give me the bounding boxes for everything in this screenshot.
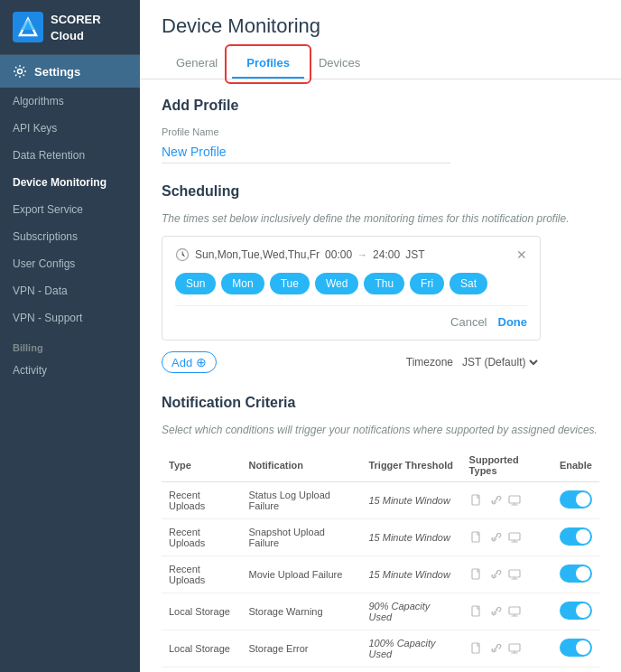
schedule-actions: Cancel Done <box>175 305 527 329</box>
tab-profiles[interactable]: Profiles <box>232 49 304 79</box>
add-profile-title: Add Profile <box>162 98 599 114</box>
day-fri-button[interactable]: Fri <box>410 273 444 294</box>
day-thu-button[interactable]: Thu <box>364 273 404 294</box>
notification-table-body: Recent Uploads Status Log Upload Failure… <box>162 482 599 667</box>
scheduling-title: Scheduling <box>162 183 599 200</box>
schedule-close-button[interactable]: ✕ <box>516 247 527 262</box>
settings-icon <box>13 64 27 79</box>
svg-rect-10 <box>509 570 520 577</box>
row5-notification: Storage Error <box>241 630 361 667</box>
svg-rect-5 <box>472 495 479 505</box>
row2-enable[interactable] <box>552 519 599 556</box>
time-arrow: → <box>357 249 367 260</box>
day-sat-button[interactable]: Sat <box>450 273 487 294</box>
notification-table-header: Type Notification Trigger Threshold Supp… <box>162 449 599 482</box>
svg-rect-12 <box>509 607 520 614</box>
tab-general[interactable]: General <box>162 49 232 79</box>
scheduling-description: The times set below inclusively define t… <box>162 212 599 225</box>
row2-threshold: 15 Minute Window <box>361 519 461 556</box>
schedule-time-end: 24:00 <box>373 248 400 261</box>
schedule-done-button[interactable]: Done <box>498 315 528 329</box>
row5-enable[interactable] <box>552 630 599 667</box>
add-schedule-button[interactable]: Add ⊕ <box>162 351 217 373</box>
row2-toggle[interactable] <box>560 527 592 546</box>
sidebar-item-user-configs[interactable]: User Configs <box>0 250 140 277</box>
profile-name-label: Profile Name <box>162 126 599 137</box>
tab-profiles-wrapper: Profiles <box>232 49 304 79</box>
day-wed-button[interactable]: Wed <box>315 273 358 294</box>
plus-icon: ⊕ <box>196 355 207 369</box>
table-row: Local Storage Storage Warning 90% Capaci… <box>162 593 599 630</box>
page-header: Device Monitoring General Profiles Devic… <box>140 0 621 79</box>
notification-criteria-section: Notification Criteria Select which condi… <box>162 395 599 667</box>
row5-type: Local Storage <box>162 630 241 667</box>
day-sun-button[interactable]: Sun <box>175 273 216 294</box>
schedule-days-text: Sun,Mon,Tue,Wed,Thu,Fr <box>195 248 320 261</box>
sidebar-nav: Algorithms API Keys Data Retention Devic… <box>0 88 140 672</box>
row4-enable[interactable] <box>552 593 599 630</box>
row4-threshold: 90% Capacity Used <box>361 593 461 630</box>
sidebar-item-device-monitoring[interactable]: Device Monitoring <box>0 169 140 196</box>
sidebar-item-vpn-support[interactable]: VPN - Support <box>0 304 140 331</box>
link-icon <box>488 641 503 656</box>
sidebar: SCORER Cloud Settings Algorithms API Key… <box>0 0 140 672</box>
table-row: Recent Uploads Status Log Upload Failure… <box>162 482 599 519</box>
row3-notification: Movie Upload Failure <box>241 556 361 593</box>
sidebar-settings-item[interactable]: Settings <box>0 55 140 88</box>
link-icon <box>488 567 503 582</box>
app-title: SCORER Cloud <box>51 11 101 43</box>
tab-devices[interactable]: Devices <box>304 49 375 79</box>
device-icon <box>507 641 522 656</box>
scheduling-section: Scheduling The times set below inclusive… <box>162 183 599 373</box>
col-type: Type <box>162 449 241 482</box>
row4-supported-types <box>462 593 552 630</box>
table-row: Recent Uploads Snapshot Upload Failure 1… <box>162 519 599 556</box>
table-row: Recent Uploads Movie Upload Failure 15 M… <box>162 556 599 593</box>
timezone-select[interactable]: JST (Default) <box>459 355 541 369</box>
svg-rect-14 <box>509 644 520 651</box>
row2-type: Recent Uploads <box>162 519 241 556</box>
sidebar-item-subscriptions[interactable]: Subscriptions <box>0 223 140 250</box>
svg-rect-9 <box>472 569 479 579</box>
svg-rect-7 <box>472 532 479 542</box>
sidebar-item-api-keys[interactable]: API Keys <box>0 115 140 142</box>
content-area: Add Profile Profile Name Scheduling The … <box>140 79 621 672</box>
row3-toggle[interactable] <box>560 565 592 583</box>
sidebar-item-export-service[interactable]: Export Service <box>0 196 140 223</box>
sidebar-item-algorithms[interactable]: Algorithms <box>0 88 140 115</box>
profile-name-input[interactable] <box>162 141 450 163</box>
row3-type: Recent Uploads <box>162 556 241 593</box>
schedule-cancel-button[interactable]: Cancel <box>450 315 487 329</box>
row1-supported-types <box>462 482 552 519</box>
row1-type: Recent Uploads <box>162 482 241 519</box>
notification-criteria-description: Select which conditions will trigger you… <box>162 424 599 436</box>
app-title-line1: SCORER <box>51 13 101 26</box>
timezone-selector: Timezone JST (Default) <box>406 355 541 369</box>
sidebar-item-activity[interactable]: Activity <box>0 357 140 384</box>
sidebar-item-data-retention[interactable]: Data Retention <box>0 142 140 169</box>
link-icon <box>488 493 503 508</box>
sidebar-item-vpn-data[interactable]: VPN - Data <box>0 277 140 304</box>
page-title: Device Monitoring <box>162 14 599 38</box>
row3-enable[interactable] <box>552 556 599 593</box>
file-icon <box>469 493 484 508</box>
device-icon <box>507 604 522 619</box>
svg-rect-13 <box>472 643 479 653</box>
row1-notification: Status Log Upload Failure <box>241 482 361 519</box>
day-tue-button[interactable]: Tue <box>270 273 310 294</box>
row1-enable[interactable] <box>552 482 599 519</box>
row4-toggle[interactable] <box>560 602 592 620</box>
device-icon <box>507 493 522 508</box>
file-icon <box>469 604 484 619</box>
row5-toggle[interactable] <box>560 639 592 657</box>
col-enable: Enable <box>552 449 599 482</box>
svg-rect-8 <box>509 533 520 540</box>
day-mon-button[interactable]: Mon <box>221 273 264 294</box>
add-profile-section: Add Profile Profile Name <box>162 98 599 163</box>
row4-notification: Storage Warning <box>241 593 361 630</box>
device-icon <box>507 567 522 582</box>
scorer-logo-icon <box>13 12 43 42</box>
row1-toggle[interactable] <box>560 490 592 509</box>
schedule-box: Sun,Mon,Tue,Wed,Thu,Fr 00:00 → 24:00 JST… <box>162 236 541 341</box>
link-icon <box>488 604 503 619</box>
